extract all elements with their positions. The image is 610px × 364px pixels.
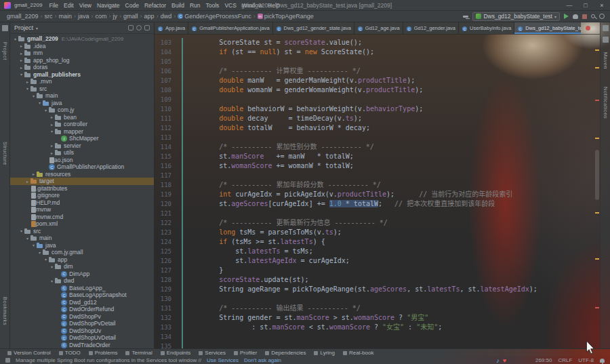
line-number[interactable]: 118 xyxy=(155,180,178,190)
toolwindow-services[interactable]: Services xyxy=(195,350,229,356)
menu-view[interactable]: View xyxy=(77,2,94,9)
tree-item-help-md[interactable]: HELP.md xyxy=(10,199,154,207)
hide-panel-icon[interactable] xyxy=(144,25,150,31)
heart-icon[interactable]: ♥ xyxy=(503,357,506,364)
line-number[interactable]: 112 xyxy=(155,123,178,133)
code-line[interactable]: 127 } xyxy=(155,266,600,275)
line-number[interactable]: 128 xyxy=(155,275,178,285)
breadcrumb-item-gmall-2209[interactable]: gmall_2209 xyxy=(5,13,40,20)
tree-item-mm[interactable]: ▸mm xyxy=(10,49,154,57)
run-configuration-select[interactable]: Dws_gd12_babyState_test ▾ xyxy=(472,12,560,21)
activity-label-maven[interactable]: Maven xyxy=(603,52,609,69)
breadcrumb-item-genderageprocessfunc[interactable]: CGenderAgeProcessFunc xyxy=(176,13,253,20)
tab-dws-gd12-babystate-test-java[interactable]: Dws_gd12_babyState_test.java× xyxy=(514,22,580,34)
tree-item-gmall-2209[interactable]: ▾gmall_2209E:\JAVACode\gmall_2209 xyxy=(10,35,154,43)
close-button[interactable]: × xyxy=(598,1,606,10)
breadcrumb-item-jy[interactable]: jy xyxy=(112,13,119,20)
code-line[interactable]: 130 xyxy=(155,294,600,304)
code-line[interactable]: 116 st.womanScore += womanW * totalW; xyxy=(155,161,600,171)
code-line[interactable]: 132 String gender = st.manScore > st.wom… xyxy=(155,313,600,323)
code-line[interactable]: 121 xyxy=(155,209,600,218)
line-number[interactable]: 111 xyxy=(155,114,178,123)
chevron-down-icon[interactable]: ▾ xyxy=(36,26,38,31)
tree-item-java[interactable]: ▾java xyxy=(10,242,154,249)
menu-code[interactable]: Code xyxy=(123,2,142,9)
line-number[interactable]: 125 xyxy=(155,247,178,256)
menu-file[interactable]: File xyxy=(46,2,61,9)
code-line[interactable]: 123 long tsMs = parseTsToMs(v.ts); xyxy=(155,228,600,237)
line-number[interactable]: 130 xyxy=(155,294,178,304)
tab-gmallpublisherapplication-java[interactable]: GmallPublisherApplication.java xyxy=(188,22,272,34)
line-number[interactable]: 122 xyxy=(155,218,178,228)
tree-item-src[interactable]: ▾src xyxy=(10,85,154,93)
tree-item-dwdshopuv[interactable]: DwdShopUv xyxy=(10,327,154,335)
toolwindow-lyring[interactable]: Lyring xyxy=(310,350,338,356)
code-line[interactable]: 129 String ageRange = pickTopAgeRange(st… xyxy=(155,285,600,294)
code-line[interactable]: 118 /* ---------- 累加年龄段分数 ---------- */ xyxy=(155,180,600,190)
breadcrumb-item-main[interactable]: main xyxy=(58,13,74,20)
tree-item--idea[interactable]: ▸.idea xyxy=(10,43,154,50)
code-line[interactable]: 103 ScoreState st = scoreState.value(); xyxy=(155,38,600,47)
line-number[interactable]: 124 xyxy=(155,237,178,247)
minimize-button[interactable]: — xyxy=(565,1,573,10)
tree-item-dwdorderrefund[interactable]: DwdOrderRefund xyxy=(10,306,154,313)
tree-item-shcmapper[interactable]: ShcMapper xyxy=(10,135,154,142)
line-number[interactable]: 129 xyxy=(155,285,178,294)
line-number[interactable]: 108 xyxy=(155,85,178,95)
line-number[interactable]: 132 xyxy=(155,313,178,323)
toolwindow-profiler[interactable]: Profiler xyxy=(230,350,260,356)
tree-item-dwdshopuvdetail[interactable]: DwdShopUvDetail xyxy=(10,334,154,342)
tree-item-com-jy-gmall[interactable]: ▾com.jy.gmall xyxy=(10,249,154,256)
tree-item-utils[interactable]: ▸utils xyxy=(10,149,154,157)
line-number[interactable]: 104 xyxy=(155,47,178,57)
code-line[interactable]: 115 st.manScore += manW * totalW; xyxy=(155,152,600,161)
code-line[interactable]: 108 double womanW = genderWomanWeight(v.… xyxy=(155,85,600,95)
line-number[interactable]: 117 xyxy=(155,171,178,180)
line-number[interactable]: 113 xyxy=(155,133,178,142)
breadcrumb-item-src[interactable]: src xyxy=(43,13,54,20)
line-number[interactable]: 110 xyxy=(155,104,178,114)
line-number[interactable]: 116 xyxy=(155,161,178,171)
code-line[interactable]: 126 st.latestAgeIdx = curAgeIdx; xyxy=(155,256,600,266)
tree-item--gitignore[interactable]: .gitignore xyxy=(10,192,154,199)
line-number[interactable]: 133 xyxy=(155,323,178,332)
scrollbar-thumb[interactable] xyxy=(595,150,599,200)
code-line[interactable]: 124 if (tsMs >= st.latestTs) { xyxy=(155,237,600,247)
locate-icon[interactable] xyxy=(128,25,134,31)
tree-item-dwdtradeorder[interactable]: DwdTradeOrder xyxy=(10,342,154,349)
stop-button[interactable] xyxy=(582,14,587,19)
tree-item-dim[interactable]: ▾dim xyxy=(10,263,154,270)
toolwindow-version-control[interactable]: Version Control xyxy=(4,350,54,356)
gear-icon[interactable] xyxy=(136,25,142,31)
tree-item-gmall-publishers[interactable]: ▾gmall_publishers xyxy=(10,71,154,79)
tree-item-doras[interactable]: ▸doras xyxy=(10,64,154,71)
plugin-widgets[interactable]: ♪ ♥ xyxy=(496,357,506,364)
line-number[interactable]: 131 xyxy=(155,304,178,313)
tree-item-pom-xml[interactable]: pom.xml xyxy=(10,220,154,228)
toolwindow-todo[interactable]: TODO xyxy=(56,350,84,356)
warning-stripe-mark[interactable] xyxy=(595,67,599,68)
tree-item-resources[interactable]: ▸resources xyxy=(10,171,154,178)
project-toolwindow-icon[interactable] xyxy=(2,25,8,31)
code-line[interactable]: 131 /* ---------- 输出结果 ---------- */ xyxy=(155,304,600,313)
file-encoding[interactable]: UTF-8 xyxy=(578,357,594,363)
code-line[interactable]: 114 /* ---------- 累加性别分数 ---------- */ xyxy=(155,142,600,152)
code-line[interactable]: 110 double behaviorW = behaviorWeight(v.… xyxy=(155,104,600,114)
code-line[interactable]: 111 double decay = timeDecay(v.ts); xyxy=(155,114,600,123)
tree-item-mvnw-cmd[interactable]: mvnw.cmd xyxy=(10,214,154,221)
dont-ask-again-link[interactable]: Don't ask again xyxy=(244,357,281,363)
tab-dws-gd12-gender-state-java[interactable]: Dws_gd12_gender_state.java xyxy=(273,22,354,34)
tree-item-dwdshoppv[interactable]: DwdShopPv xyxy=(10,313,154,321)
warning-stripe-mark[interactable] xyxy=(595,49,599,51)
tree-item-dwdshoppvdetail[interactable]: DwdShopPvDetail xyxy=(10,320,154,327)
line-ending[interactable]: CRLF xyxy=(558,357,572,363)
tree-item-mapper[interactable]: ▾mapper xyxy=(10,128,154,136)
tree-item-bean[interactable]: ▸bean xyxy=(10,114,154,121)
tree-item-app[interactable]: ▾app xyxy=(10,256,154,264)
tree-item-servier[interactable]: ▸servier xyxy=(10,142,154,150)
line-number[interactable]: 114 xyxy=(155,142,178,152)
tree-item-dwd[interactable]: ▾dwd xyxy=(10,277,154,285)
music-icon[interactable]: ♪ xyxy=(496,357,500,364)
code-line[interactable]: 125 st.latestTs = tsMs; xyxy=(155,247,600,256)
code-line[interactable]: 122 /* ---------- 更新最新行为信息 ---------- */ xyxy=(155,218,600,228)
